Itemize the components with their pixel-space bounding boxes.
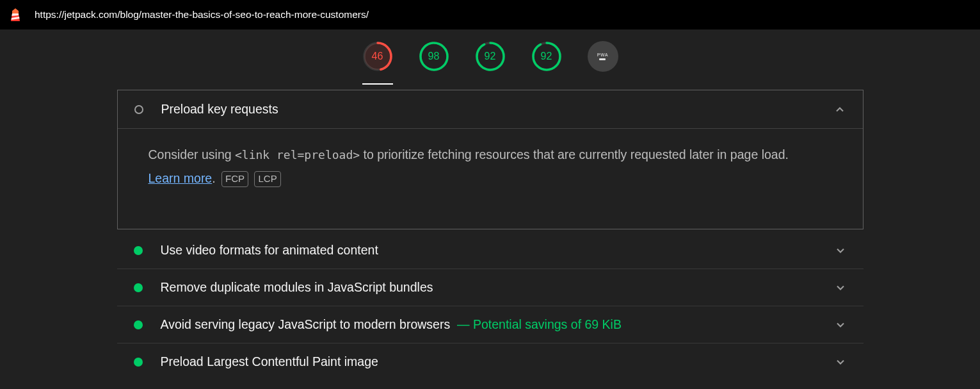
status-pass-icon [134,320,143,329]
score-value: 92 [541,51,552,62]
metric-tag-lcp: LCP [254,171,280,187]
score-gauge-seo[interactable]: 92 [531,41,562,85]
pwa-label: PWA [597,53,608,57]
page-url: https://jetpack.com/blog/master-the-basi… [35,9,369,21]
score-value: 98 [428,51,440,62]
audit-title: Avoid serving legacy JavaScript to moder… [161,317,834,332]
audit-preload-key-requests: Preload key requests Consider using <lin… [117,90,864,229]
audit-title: Use video formats for animated content [161,243,834,258]
score-value: 46 [372,51,383,62]
lighthouse-logo-icon [8,7,23,22]
audits-content: Preload key requests Consider using <lin… [117,85,864,380]
desc-code: <link rel=preload> [235,148,360,161]
period: . [212,171,219,185]
desc-post: to prioritize fetching resources that ar… [360,147,789,161]
audit-title: Preload key requests [161,102,833,117]
score-value: 92 [485,51,496,62]
pwa-dash-icon [599,58,606,60]
chevron-down-icon [834,356,847,368]
savings-text: Potential savings of 69 KiB [473,317,622,331]
score-gauge-best-practices[interactable]: 92 [475,41,506,85]
audit-title: Preload Largest Contentful Paint image [161,354,834,369]
status-pass-icon [134,283,143,292]
header-bar: https://jetpack.com/blog/master-the-basi… [0,0,980,29]
audit-duplicate-modules[interactable]: Remove duplicate modules in JavaScript b… [117,269,864,306]
score-gauge-pwa[interactable]: PWA [588,41,618,85]
chevron-down-icon [834,319,847,331]
chevron-up-icon [833,103,846,116]
audit-title: Remove duplicate modules in JavaScript b… [161,280,834,295]
score-gauge-accessibility[interactable]: 98 [419,41,449,85]
metric-tag-fcp: FCP [221,171,248,187]
audit-preload-lcp-image[interactable]: Preload Largest Contentful Paint image [117,343,864,380]
chevron-down-icon [834,244,847,257]
status-circle-icon [134,105,143,114]
audit-header[interactable]: Preload key requests [118,90,863,129]
audit-legacy-javascript[interactable]: Avoid serving legacy JavaScript to moder… [117,306,864,343]
chevron-down-icon [834,281,847,294]
learn-more-link[interactable]: Learn more [149,171,213,185]
status-pass-icon [134,246,143,255]
scores-bar: 46 98 92 92 [0,29,980,85]
score-gauge-performance[interactable]: 46 [362,41,393,85]
audit-description: Consider using <link rel=preload> to pri… [118,129,863,229]
desc-pre: Consider using [149,147,236,161]
status-pass-icon [134,358,143,367]
audit-video-formats[interactable]: Use video formats for animated content [117,232,864,269]
